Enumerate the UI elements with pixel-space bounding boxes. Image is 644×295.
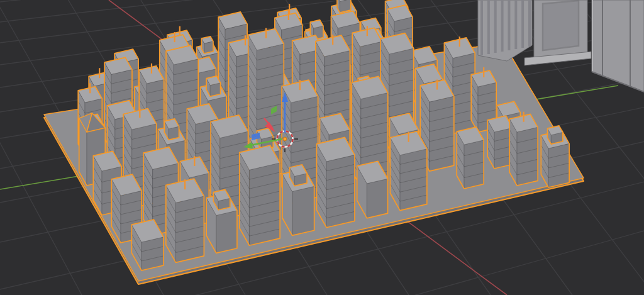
city-building[interactable]: [337, 0, 351, 13]
city-building[interactable]: [201, 36, 213, 53]
building-face-right: [430, 96, 454, 171]
city-building[interactable]: [487, 116, 513, 169]
city-building[interactable]: [166, 179, 204, 262]
object-origin-dot: [283, 137, 287, 141]
city-building[interactable]: [390, 131, 427, 211]
background-building[interactable]: [525, 0, 591, 65]
building-face-right: [517, 127, 538, 186]
city-building[interactable]: [290, 165, 307, 186]
blender-3d-viewport[interactable]: [0, 0, 644, 295]
city-building[interactable]: [206, 76, 220, 96]
viewport-scene[interactable]: [0, 0, 644, 295]
building-face-right: [216, 211, 237, 253]
building-face-right: [142, 237, 164, 270]
city-building[interactable]: [164, 119, 179, 140]
city-building[interactable]: [240, 145, 280, 245]
city-building[interactable]: [509, 112, 538, 186]
facade-panel: [543, 1, 579, 50]
city-building[interactable]: [357, 161, 388, 218]
city-building[interactable]: [457, 127, 484, 189]
building-face-right: [292, 186, 314, 235]
city-building[interactable]: [547, 126, 562, 144]
building-face-right: [326, 155, 355, 227]
city-building[interactable]: [316, 137, 354, 227]
building-face-right: [367, 179, 387, 218]
